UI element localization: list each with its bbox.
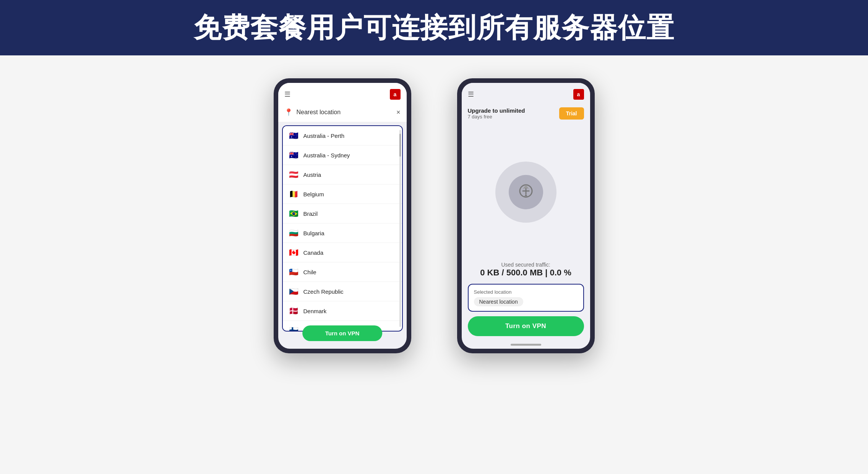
flag-icon: 🇫🇮	[289, 326, 299, 332]
flag-icon: 🇦🇺	[289, 131, 299, 140]
list-item[interactable]: 🇩🇰 Denmark	[283, 301, 402, 321]
connect-button-bottom[interactable]: Turn on VPN	[302, 325, 383, 341]
pin-icon: 📍	[284, 108, 293, 116]
selected-label: Selected location	[474, 289, 578, 295]
right-phone-screen: ☰ a Upgrade to unlimited 7 days free Tri…	[462, 83, 590, 349]
list-item[interactable]: 🇦🇺 Australia - Perth	[283, 126, 402, 146]
list-item[interactable]: 🇨🇱 Chile	[283, 262, 402, 282]
left-phone-screen: ☰ a 📍 Nearest location × 🇦🇺 Australia - …	[278, 83, 407, 349]
flag-icon: 🇦🇺	[289, 150, 299, 160]
location-name: Czech Republic	[303, 288, 344, 295]
list-item[interactable]: 🇨🇦 Canada	[283, 243, 402, 262]
location-name: Brazil	[303, 210, 318, 217]
list-item[interactable]: 🇧🇪 Belgium	[283, 184, 402, 204]
location-name: Australia - Perth	[303, 133, 345, 139]
flag-icon: 🇧🇷	[289, 209, 299, 218]
top-banner: 免费套餐用户可连接到所有服务器位置	[0, 0, 868, 55]
upgrade-text-block: Upgrade to unlimited 7 days free	[468, 107, 525, 120]
close-icon[interactable]: ×	[396, 108, 401, 116]
main-content: ☰ a 📍 Nearest location × 🇦🇺 Australia - …	[0, 55, 868, 474]
flag-icon: 🇨🇱	[289, 267, 299, 277]
location-name: Austria	[303, 171, 321, 178]
trial-button[interactable]: Trial	[559, 107, 584, 120]
flag-icon: 🇧🇪	[289, 189, 299, 199]
nearest-location-label: Nearest location	[297, 109, 341, 116]
traffic-info: Used secured traffic: 0 KB / 500.0 MB | …	[462, 262, 590, 284]
vpn-screen: ☰ a Upgrade to unlimited 7 days free Tri…	[462, 83, 590, 349]
flag-icon: 🇨🇿	[289, 287, 299, 296]
vpn-icon-inner	[509, 175, 543, 209]
list-item[interactable]: 🇧🇬 Bulgaria	[283, 223, 402, 243]
nearest-badge: Nearest location	[474, 297, 523, 306]
flag-icon: 🇨🇦	[289, 248, 299, 257]
right-phone-mockup: ☰ a Upgrade to unlimited 7 days free Tri…	[457, 78, 595, 353]
scroll-thumb	[399, 134, 401, 157]
flag-icon: 🇦🇹	[289, 170, 299, 179]
traffic-value: 0 KB / 500.0 MB | 0.0 %	[468, 268, 584, 278]
banner-text: 免费套餐用户可连接到所有服务器位置	[194, 10, 675, 46]
location-name: Chile	[303, 269, 316, 275]
vpn-shield-icon	[516, 183, 535, 202]
location-name: Bulgaria	[303, 230, 324, 236]
vpn-circle	[495, 162, 556, 223]
scroll-track	[399, 130, 401, 327]
traffic-label: Used secured traffic:	[468, 262, 584, 268]
list-item[interactable]: 🇦🇹 Austria	[283, 165, 402, 184]
upgrade-banner: Upgrade to unlimited 7 days free Trial	[462, 103, 590, 123]
left-phone-header: ☰ a	[278, 83, 407, 103]
location-name: Belgium	[303, 191, 324, 197]
vpn-header: ☰ a	[462, 83, 590, 103]
location-name: Canada	[303, 249, 324, 256]
list-item[interactable]: 🇨🇿 Czech Republic	[283, 282, 402, 301]
upgrade-subtitle: 7 days free	[468, 114, 525, 120]
hamburger-icon[interactable]: ☰	[284, 90, 290, 99]
location-selector[interactable]: Selected location Nearest location	[468, 284, 584, 312]
turn-on-vpn-button[interactable]: Turn on VPN	[468, 316, 584, 336]
location-list[interactable]: 🇦🇺 Australia - Perth 🇦🇺 Australia - Sydn…	[282, 125, 403, 332]
flag-icon: 🇧🇬	[289, 228, 299, 238]
location-name: Australia - Sydney	[303, 152, 350, 159]
flag-icon: 🇩🇰	[289, 306, 299, 315]
list-item[interactable]: 🇧🇷 Brazil	[283, 204, 402, 223]
avira-logo-left: a	[390, 89, 401, 100]
nearest-location-row: 📍 Nearest location ×	[278, 103, 407, 122]
avira-logo-right: a	[573, 89, 584, 100]
home-indicator	[511, 344, 541, 346]
location-name: Denmark	[303, 308, 327, 314]
left-phone-mockup: ☰ a 📍 Nearest location × 🇦🇺 Australia - …	[274, 78, 411, 353]
vpn-logo-area	[462, 123, 590, 262]
list-item[interactable]: 🇦🇺 Australia - Sydney	[283, 146, 402, 165]
upgrade-title: Upgrade to unlimited	[468, 107, 525, 114]
hamburger-icon-right[interactable]: ☰	[468, 90, 474, 99]
